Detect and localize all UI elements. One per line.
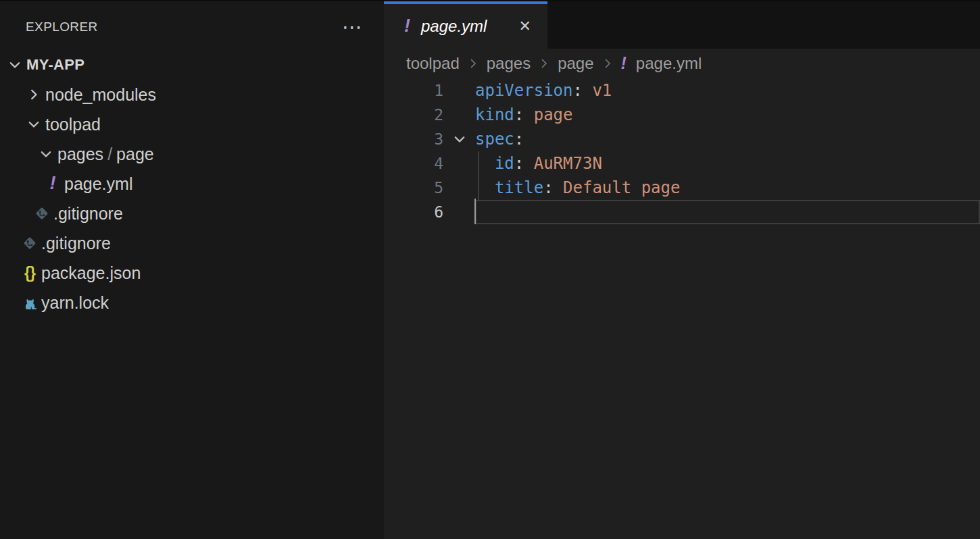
tab-title: page.yml: [421, 17, 487, 36]
yaml-indent: [475, 154, 495, 173]
breadcrumb-file[interactable]: page.yml: [636, 54, 702, 73]
chevron-down-icon: [24, 117, 43, 132]
tree-item-gitignore-toolpad[interactable]: .gitignore: [0, 199, 384, 228]
tree-item-pages-page[interactable]: pages/page: [0, 139, 384, 169]
text-cursor: [474, 199, 476, 224]
line-number: 1: [384, 82, 443, 99]
compact-folder-separator: /: [103, 145, 116, 164]
chevron-down-icon: [5, 57, 24, 72]
code-line: 1 apiVersion: v1: [384, 78, 980, 103]
git-icon: [20, 234, 39, 252]
yaml-key: apiVersion: [475, 81, 573, 100]
breadcrumb-item[interactable]: pages: [487, 54, 531, 73]
folder-label: page: [116, 145, 154, 164]
fold-chevron-icon[interactable]: [443, 132, 475, 147]
breadcrumb-item[interactable]: page: [558, 54, 593, 73]
warning-icon: !: [621, 53, 627, 73]
folder-label: pages: [57, 145, 103, 164]
file-label: .gitignore: [41, 234, 111, 253]
breadcrumb-item[interactable]: toolpad: [406, 54, 460, 73]
yaml-colon: :: [514, 130, 524, 149]
chevron-right-icon: [538, 55, 550, 72]
line-number: 3: [384, 130, 443, 148]
yaml-indent: [475, 178, 495, 197]
editor-group: ! page.yml ✕ toolpad pages page ! page.y…: [384, 0, 980, 539]
explorer-title: EXPLORER: [26, 20, 98, 34]
git-icon: [32, 205, 51, 222]
tree-root-my-app[interactable]: MY-APP: [0, 50, 384, 80]
folder-label: toolpad: [45, 115, 101, 134]
yaml-key: id: [495, 154, 514, 173]
code-line: 5 title: Default page: [384, 176, 980, 200]
code-line: 6: [384, 200, 980, 224]
code-line: 3 spec:: [384, 127, 980, 151]
yaml-value: AuRM73N: [534, 154, 602, 173]
warning-icon: !: [404, 16, 410, 36]
explorer-header: EXPLORER ⋯: [0, 0, 384, 50]
yaml-value: page: [534, 105, 573, 124]
tree-item-package-json[interactable]: {} package.json: [0, 258, 384, 288]
close-icon[interactable]: ✕: [519, 18, 531, 35]
yaml-key: kind: [475, 105, 514, 124]
chevron-right-icon: [467, 55, 479, 72]
file-label: .gitignore: [53, 204, 123, 224]
code-line: 2 kind: page: [384, 103, 980, 127]
yaml-colon: :: [573, 81, 593, 100]
yaml-colon: :: [514, 154, 534, 173]
root-folder-label: MY-APP: [26, 56, 84, 74]
code-editor[interactable]: 1 apiVersion: v1 2 kind: page 3 spec: 4 …: [384, 78, 980, 224]
tab-bar: ! page.yml ✕: [384, 0, 980, 49]
file-label: package.json: [41, 263, 141, 283]
folder-label: node_modules: [45, 85, 156, 105]
line-number: 6: [384, 203, 443, 221]
tree-item-yarn-lock[interactable]: yarn.lock: [0, 288, 384, 317]
file-label: yarn.lock: [41, 293, 109, 313]
tab-page-yml[interactable]: ! page.yml ✕: [384, 1, 547, 49]
more-actions-icon[interactable]: ⋯: [342, 20, 364, 34]
line-number: 5: [384, 179, 443, 197]
file-label: page.yml: [64, 174, 132, 194]
chevron-down-icon: [36, 147, 55, 161]
file-tree: MY-APP node_modules toolpad pages/page !…: [0, 50, 384, 317]
tree-item-node-modules[interactable]: node_modules: [0, 80, 384, 109]
yaml-value: v1: [592, 81, 612, 100]
tree-item-toolpad[interactable]: toolpad: [0, 109, 384, 139]
yaml-key: title: [495, 178, 543, 197]
yarn-icon: [20, 294, 39, 311]
line-number: 2: [384, 106, 443, 124]
yaml-colon: :: [514, 105, 534, 124]
yaml-key: spec: [475, 130, 514, 149]
code-line: 4 id: AuRM73N: [384, 151, 980, 176]
warning-icon: !: [43, 174, 62, 195]
chevron-right-icon: [602, 55, 614, 72]
json-icon: {}: [20, 264, 39, 282]
line-number: 4: [384, 155, 443, 172]
tree-item-page-yml[interactable]: ! page.yml: [0, 169, 384, 199]
chevron-right-icon: [24, 87, 43, 102]
explorer-sidebar: EXPLORER ⋯ MY-APP node_modules toolpad: [0, 0, 384, 539]
breadcrumb: toolpad pages page ! page.yml: [384, 49, 980, 78]
yaml-value: Default page: [563, 178, 680, 197]
yaml-colon: :: [543, 178, 563, 197]
tree-item-gitignore-root[interactable]: .gitignore: [0, 228, 384, 258]
